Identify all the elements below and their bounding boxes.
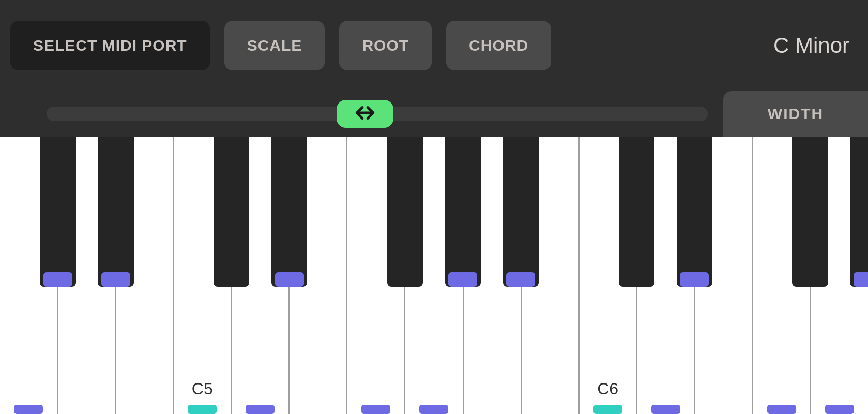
black-key-C#6[interactable] — [619, 137, 654, 287]
black-key-A#4[interactable] — [98, 137, 133, 287]
select-midi-port-button[interactable]: SELECT MIDI PORT — [10, 21, 210, 70]
black-key-G#6[interactable] — [850, 137, 868, 287]
toolbar: SELECT MIDI PORT SCALE ROOT CHORD C Mino… — [0, 0, 868, 91]
scale-marker — [825, 405, 854, 414]
black-key-F#6[interactable] — [792, 137, 828, 287]
keyboard-scroll-strip: WIDTH — [0, 91, 868, 137]
scale-marker — [680, 272, 709, 287]
scale-marker — [275, 272, 304, 287]
chord-button[interactable]: CHORD — [446, 21, 551, 70]
width-button[interactable]: WIDTH — [723, 91, 868, 137]
horizontal-arrows-icon — [354, 102, 376, 126]
black-key-A#5[interactable] — [503, 137, 539, 287]
octave-label: C5 — [192, 379, 213, 398]
scale-marker — [651, 405, 680, 414]
scale-marker — [506, 272, 535, 287]
scale-marker — [246, 405, 275, 414]
root-button[interactable]: ROOT — [339, 21, 432, 70]
scale-button[interactable]: SCALE — [224, 21, 325, 70]
scale-marker — [854, 272, 868, 287]
scale-marker — [419, 405, 448, 414]
black-key-D#5[interactable] — [271, 137, 307, 287]
scale-marker — [14, 405, 43, 414]
black-key-G#5[interactable] — [445, 137, 481, 287]
scroll-handle[interactable] — [337, 100, 393, 128]
black-key-C#5[interactable] — [214, 137, 249, 287]
scale-marker — [361, 405, 390, 414]
current-scale-label: C Minor — [773, 33, 849, 58]
scale-marker — [767, 405, 796, 414]
black-key-D#6[interactable] — [677, 137, 712, 287]
scale-marker — [43, 272, 72, 287]
piano-keyboard: C5C6 — [0, 137, 868, 414]
octave-label: C6 — [597, 379, 618, 398]
black-key-F#5[interactable] — [387, 137, 423, 287]
scale-marker — [593, 405, 622, 414]
black-key-G#4[interactable] — [40, 137, 75, 287]
scale-marker — [101, 272, 130, 287]
scale-marker — [448, 272, 477, 287]
scale-marker — [188, 405, 217, 414]
